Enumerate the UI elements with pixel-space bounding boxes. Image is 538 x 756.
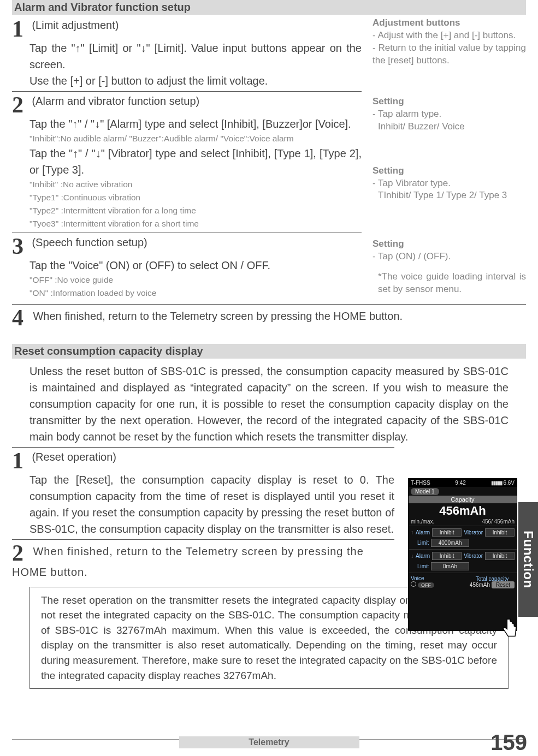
side4-line-2: *The voice guide loading interval is set… [373,271,526,296]
step-1-body-1: Tap the "↑" [Limit] or "↓" [Limit]. Valu… [12,40,362,73]
side1-heading: Adjustment buttons [373,17,526,29]
thumb-capacity-title: Capacity [409,496,517,503]
thumb-vibrator-label-up: Vibrator [464,529,483,535]
voice-toggle-icon[interactable] [411,581,416,587]
side1-line-1: - Adjust with the [+] and [-] buttons. [373,29,526,42]
reset-step-1-title: (Reset operation) [32,451,116,463]
side2-line-2: Inhibit/ Buzzer/ Voice [373,121,526,133]
step-4-number: 4 [12,308,27,329]
thumb-limit-up-value[interactable]: 4000mAh [431,539,469,547]
up-arrow-icon: ↑ [411,529,413,535]
reset-step-2-number: 2 [12,543,27,564]
thumb-limit-label-up: Limit [417,540,429,546]
footer-section-label: Telemetry [179,736,359,748]
thumb-capacity-value: 456mAh [409,503,517,519]
step-2-note-2b: "Type1" :Continuous vibration [12,191,362,204]
step-2-body-2: Tap the "↑" / "↓" [Vibrator] type and se… [12,145,362,178]
side-adjustment: Adjustment buttons - Adjust with the [+]… [373,17,526,67]
side3-line-2: TInhibit/ Type 1/ Type 2/ Type 3 [373,189,526,202]
reset-step-1-number: 1 [12,451,27,472]
side4-line-1: - Tap (ON) / (OFF). [373,251,526,263]
step-2-body-1: Tap the "↑" / "↓" [Alarm] type and selec… [12,116,362,132]
thumb-alarm-label-up: Alarm [416,529,430,535]
step-1-body-2: Use the [+] or [-] button to adjust the … [12,73,362,89]
thumb-battery: ▮▮▮▮▮ 6.6V [491,480,515,486]
side3-line-1: - Tap Vibrator type. [373,177,526,190]
section-header-reset: Reset consumption capacity display [12,344,526,359]
step-3: 3 (Speech function setup) Tap the "Voice… [12,233,362,302]
thumb-alarm-up-value[interactable]: Inhibit [432,528,462,537]
step-2-title: (Alarm and vibrator function setup) [32,95,199,107]
thumb-totalcap-value: 456mAh [470,582,490,588]
thumb-system: T-FHSS [411,480,430,486]
telemetry-screenshot: T-FHSS 9:42 ▮▮▮▮▮ 6.6V Model 1 Capacity … [408,478,517,631]
thumb-minmax-label: min./max. [411,519,434,525]
side1-line-2: - Return to the initial value by tapping… [373,42,526,67]
reset-step-2: 2 When finished, return to the Telemetry… [12,539,394,582]
thumb-vibrator-up-value[interactable]: Inhibit [485,528,515,537]
step-2-note-2a: "Inhibit" :No active vibration [12,178,362,191]
step-2: 2 (Alarm and vibrator function setup) Ta… [12,91,362,233]
step-2-note-2c: "Type2" :Intermittent vibration for a lo… [12,204,362,217]
step-2-number: 2 [12,95,27,116]
reset-step-1: 1 (Reset operation) Tap the [Reset], the… [12,447,394,539]
step-1-number: 1 [12,19,27,40]
step-4-body: When finished, return to the Telemetry s… [29,310,403,322]
thumb-reset-button[interactable]: Reset [492,581,515,588]
side4-heading: Setting [373,238,526,251]
section-header-alarm: Alarm and Vibrator function setup [12,0,526,15]
reset-intro-paragraph: Unless the reset button of SBS-01C is pr… [12,360,526,447]
pointer-hand-icon [497,614,522,639]
side-tab-label: Function [521,531,536,588]
reset-step-2-body: When finished, return to the Telemetry s… [12,545,364,578]
thumb-time: 9:42 [455,480,465,486]
step-3-note-2: "ON" :Information loaded by voice [12,287,362,300]
step-4: 4 When finished, return to the Telemetry… [12,304,526,331]
thumb-limit-label-down: Limit [417,563,429,569]
step-3-note-1: "OFF" :No voice guide [12,273,362,287]
step-3-number: 3 [12,236,27,257]
thumb-vibrator-down-value[interactable]: Inhibit [485,552,515,560]
thumb-limit-down-value[interactable]: 0mAh [431,562,469,570]
step-2-note-2d: "Tyoe3" :Intermittent vibration for a sh… [12,217,362,230]
reset-step-1-body: Tap the [Reset], the consumption capacit… [12,472,394,537]
step-1-title: (Limit adjustment) [32,19,119,31]
down-arrow-icon: ↓ [411,553,413,559]
thumb-model: Model 1 [411,488,439,495]
thumb-voice-label: Voice [411,575,424,581]
side2-heading: Setting [373,96,526,108]
thumb-vibrator-label-down: Vibrator [464,553,483,559]
step-2-note-1: "Inhibit":No audible alarm/ "Buzzer":Aud… [12,132,362,145]
step-3-title: (Speech function setup) [32,236,147,248]
thumb-alarm-down-value[interactable]: Inhibit [432,552,462,560]
step-1: 1 (Limit adjustment) Tap the "↑" [Limit]… [12,16,362,91]
thumb-voice-off[interactable]: OFF [418,582,434,588]
step-3-body-1: Tap the "Voice" (ON) or (OFF) to select … [12,257,362,273]
side-setting-voice: Setting - Tap (ON) / (OFF). *The voice g… [373,238,526,296]
side2-line-1: - Tap alarm type. [373,108,526,121]
side-setting-vibrator: Setting - Tap Vibrator type. TInhibit/ T… [373,165,526,203]
thumb-minmax-value: 456/ 456mAh [482,519,515,525]
thumb-alarm-label-down: Alarm [416,553,430,559]
page-number: 159 [490,730,527,755]
side-tab-function: Function [518,502,538,617]
side3-heading: Setting [373,165,526,177]
side-setting-alarm: Setting - Tap alarm type. Inhibit/ Buzze… [373,96,526,133]
